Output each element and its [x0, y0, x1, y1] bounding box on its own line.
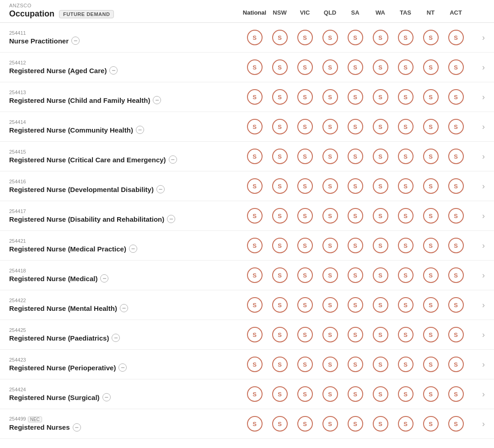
table-row[interactable]: 254418Registered Nurse (Medical)−SSSSSSS…: [0, 261, 494, 290]
s-badge[interactable]: S: [272, 149, 288, 164]
row-chevron-icon[interactable]: ›: [482, 241, 485, 251]
s-badge[interactable]: S: [297, 89, 313, 105]
s-badge[interactable]: S: [322, 119, 338, 134]
s-badge[interactable]: S: [322, 416, 338, 432]
s-badge[interactable]: S: [297, 416, 313, 432]
s-badge[interactable]: S: [348, 327, 363, 342]
minus-icon[interactable]: −: [102, 393, 111, 401]
minus-icon[interactable]: −: [109, 66, 118, 75]
s-badge[interactable]: S: [423, 178, 439, 194]
s-badge[interactable]: S: [448, 59, 464, 75]
s-badge[interactable]: S: [398, 89, 413, 105]
row-chevron-icon[interactable]: ›: [482, 360, 485, 369]
s-badge[interactable]: S: [247, 357, 263, 372]
minus-icon[interactable]: −: [73, 423, 81, 432]
row-chevron-icon[interactable]: ›: [482, 389, 485, 399]
s-badge[interactable]: S: [373, 267, 388, 283]
s-badge[interactable]: S: [348, 208, 363, 224]
s-badge[interactable]: S: [297, 267, 313, 283]
s-badge[interactable]: S: [348, 357, 363, 372]
s-badge[interactable]: S: [373, 386, 388, 402]
future-demand-badge[interactable]: FUTURE DEMAND: [59, 10, 114, 18]
s-badge[interactable]: S: [373, 357, 388, 372]
s-badge[interactable]: S: [322, 297, 338, 313]
s-badge[interactable]: S: [297, 327, 313, 342]
s-badge[interactable]: S: [448, 327, 464, 342]
s-badge[interactable]: S: [423, 357, 439, 372]
s-badge[interactable]: S: [373, 59, 388, 75]
row-chevron-icon[interactable]: ›: [482, 181, 485, 191]
s-badge[interactable]: S: [398, 416, 413, 432]
s-badge[interactable]: S: [247, 297, 263, 313]
s-badge[interactable]: S: [373, 208, 388, 224]
s-badge[interactable]: S: [398, 238, 413, 253]
s-badge[interactable]: S: [398, 357, 413, 372]
s-badge[interactable]: S: [322, 89, 338, 105]
s-badge[interactable]: S: [398, 297, 413, 313]
s-badge[interactable]: S: [423, 386, 439, 402]
s-badge[interactable]: S: [423, 327, 439, 342]
s-badge[interactable]: S: [247, 208, 263, 224]
s-badge[interactable]: S: [373, 119, 388, 134]
row-chevron-icon[interactable]: ›: [482, 211, 485, 221]
row-chevron-icon[interactable]: ›: [482, 152, 485, 161]
s-badge[interactable]: S: [322, 327, 338, 342]
s-badge[interactable]: S: [247, 149, 263, 164]
s-badge[interactable]: S: [373, 238, 388, 253]
s-badge[interactable]: S: [448, 238, 464, 253]
s-badge[interactable]: S: [348, 238, 363, 253]
s-badge[interactable]: S: [272, 59, 288, 75]
row-chevron-icon[interactable]: ›: [482, 92, 485, 102]
row-chevron-icon[interactable]: ›: [482, 300, 485, 310]
s-badge[interactable]: S: [348, 59, 363, 75]
table-row[interactable]: 254416Registered Nurse (Developmental Di…: [0, 171, 494, 201]
s-badge[interactable]: S: [373, 149, 388, 164]
s-badge[interactable]: S: [448, 149, 464, 164]
s-badge[interactable]: S: [297, 238, 313, 253]
s-badge[interactable]: S: [448, 386, 464, 402]
table-row[interactable]: 254499NECRegistered Nurses−SSSSSSSSS›: [0, 409, 494, 439]
s-badge[interactable]: S: [398, 327, 413, 342]
s-badge[interactable]: S: [322, 178, 338, 194]
row-chevron-icon[interactable]: ›: [482, 63, 485, 72]
s-badge[interactable]: S: [448, 178, 464, 194]
s-badge[interactable]: S: [247, 59, 263, 75]
s-badge[interactable]: S: [373, 30, 388, 45]
s-badge[interactable]: S: [272, 178, 288, 194]
s-badge[interactable]: S: [423, 30, 439, 45]
minus-icon[interactable]: −: [136, 126, 144, 134]
s-badge[interactable]: S: [448, 416, 464, 432]
minus-icon[interactable]: −: [118, 363, 127, 372]
s-badge[interactable]: S: [272, 267, 288, 283]
table-row[interactable]: 254425Registered Nurse (Paediatrics)−SSS…: [0, 320, 494, 350]
s-badge[interactable]: S: [448, 119, 464, 134]
s-badge[interactable]: S: [247, 238, 263, 253]
s-badge[interactable]: S: [272, 119, 288, 134]
s-badge[interactable]: S: [348, 30, 363, 45]
table-row[interactable]: 254415Registered Nurse (Critical Care an…: [0, 142, 494, 171]
row-chevron-icon[interactable]: ›: [482, 271, 485, 280]
s-badge[interactable]: S: [348, 89, 363, 105]
s-badge[interactable]: S: [247, 327, 263, 342]
s-badge[interactable]: S: [297, 178, 313, 194]
s-badge[interactable]: S: [348, 119, 363, 134]
row-chevron-icon[interactable]: ›: [482, 122, 485, 132]
s-badge[interactable]: S: [398, 386, 413, 402]
s-badge[interactable]: S: [398, 149, 413, 164]
s-badge[interactable]: S: [272, 89, 288, 105]
s-badge[interactable]: S: [423, 59, 439, 75]
s-badge[interactable]: S: [297, 297, 313, 313]
s-badge[interactable]: S: [373, 297, 388, 313]
s-badge[interactable]: S: [322, 357, 338, 372]
table-row[interactable]: 254417Registered Nurse (Disability and R…: [0, 201, 494, 231]
s-badge[interactable]: S: [423, 416, 439, 432]
s-badge[interactable]: S: [322, 149, 338, 164]
row-chevron-icon[interactable]: ›: [482, 330, 485, 340]
s-badge[interactable]: S: [423, 208, 439, 224]
s-badge[interactable]: S: [247, 386, 263, 402]
s-badge[interactable]: S: [297, 119, 313, 134]
s-badge[interactable]: S: [398, 59, 413, 75]
s-badge[interactable]: S: [423, 89, 439, 105]
s-badge[interactable]: S: [398, 267, 413, 283]
s-badge[interactable]: S: [297, 59, 313, 75]
